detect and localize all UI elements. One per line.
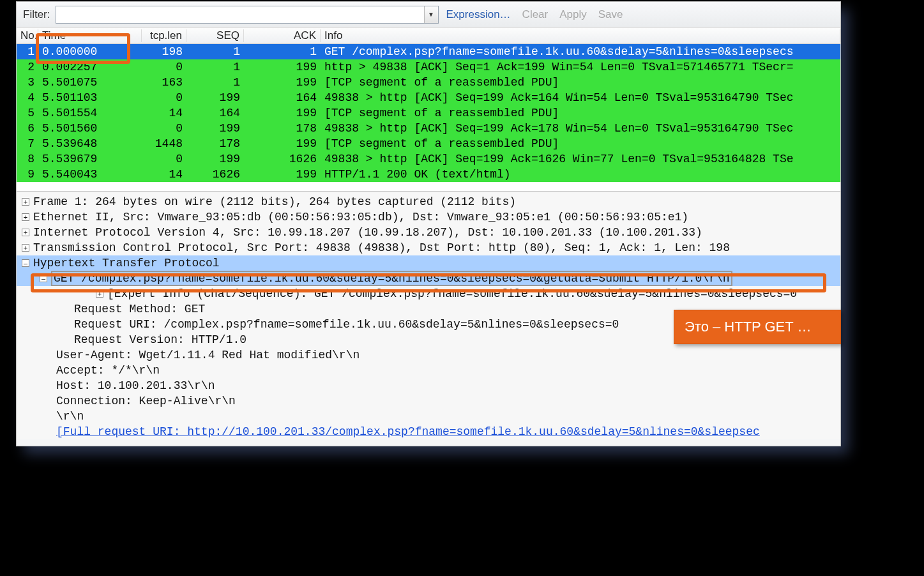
filter-expression-link[interactable]: Expression… — [443, 8, 515, 21]
tree-http-uri-label: Request URI: /complex.psp?fname=somefile… — [74, 318, 619, 331]
tree-http[interactable]: – Hypertext Transfer Protocol — [17, 255, 840, 271]
cell-len: 14 — [142, 168, 186, 181]
tree-http-accept-label: Accept: */*\r\n — [56, 364, 160, 377]
tree-eth-label: Ethernet II, Src: Vmware_93:05:db (00:50… — [33, 211, 688, 224]
expand-plus-icon[interactable]: + — [22, 198, 29, 206]
tree-http-version-label: Request Version: HTTP/1.0 — [74, 333, 246, 346]
tree-http-expert-label: [Expert Info (Chat/Sequence): GET /compl… — [107, 287, 797, 300]
cell-no: 7 — [17, 137, 38, 150]
expand-plus-icon[interactable]: + — [22, 229, 29, 236]
filter-apply-button[interactable]: Apply — [556, 8, 591, 21]
cell-ack: 199 — [244, 61, 321, 73]
cell-no: 6 — [17, 122, 38, 135]
cell-no: 5 — [17, 107, 38, 119]
col-header-seq[interactable]: SEQ — [186, 29, 244, 42]
expand-plus-icon[interactable]: + — [22, 244, 29, 252]
cell-time: 5.501554 — [38, 107, 142, 119]
packet-row[interactable]: 75.5396481448178199[TCP segment of a rea… — [17, 136, 840, 151]
packet-row[interactable]: 85.5396790199162649838 > http [ACK] Seq=… — [17, 151, 840, 167]
cell-no: 4 — [17, 91, 38, 104]
cell-info: HTTP/1.1 200 OK (text/html) — [321, 168, 840, 181]
col-header-time[interactable]: Time — [38, 29, 142, 42]
cell-ack: 1 — [244, 45, 321, 58]
tree-http-fulluri-link[interactable]: [Full request URI: http://10.100.201.33/… — [56, 425, 760, 438]
packet-row[interactable]: 10.00000019811GET /complex.psp?fname=som… — [17, 44, 840, 59]
cell-ack: 164 — [244, 91, 321, 104]
cell-ack: 199 — [244, 107, 321, 119]
filter-dropdown-button[interactable]: ▼ — [424, 6, 438, 23]
packet-list-body[interactable]: 10.00000019811GET /complex.psp?fname=som… — [17, 44, 840, 182]
packet-row[interactable]: 95.540043141626199HTTP/1.1 200 OK (text/… — [17, 167, 840, 182]
cell-info: GET /complex.psp?fname=somefile.1k.uu.60… — [321, 45, 840, 58]
tree-http-conn[interactable]: Connection: Keep-Alive\r\n — [17, 393, 840, 409]
cell-ack: 199 — [244, 168, 321, 181]
tree-ip-label: Internet Protocol Version 4, Src: 10.99.… — [33, 226, 702, 239]
tree-ip[interactable]: + Internet Protocol Version 4, Src: 10.9… — [17, 225, 840, 240]
cell-len: 0 — [142, 122, 186, 135]
cell-info: http > 49838 [ACK] Seq=1 Ack=199 Win=54 … — [321, 61, 840, 73]
packet-row[interactable]: 55.50155414164199[TCP segment of a reass… — [17, 105, 840, 121]
tree-http-get-label: GET /complex.psp?fname=somefile.1k.uu.60… — [51, 271, 732, 286]
annotation-text: Это – HTTP GET … — [685, 319, 811, 335]
cell-ack: 1626 — [244, 153, 321, 165]
cell-no: 9 — [17, 168, 38, 181]
tree-http-label: Hypertext Transfer Protocol — [33, 257, 220, 269]
col-header-info[interactable]: Info — [321, 29, 840, 42]
packet-row[interactable]: 35.5010751631199[TCP segment of a reasse… — [17, 75, 840, 90]
cell-info: 49838 > http [ACK] Seq=199 Ack=178 Win=5… — [321, 122, 840, 135]
cell-no: 8 — [17, 153, 38, 165]
cell-seq: 1 — [186, 45, 244, 58]
tree-ethernet[interactable]: + Ethernet II, Src: Vmware_93:05:db (00:… — [17, 209, 840, 225]
filter-label: Filter: — [22, 8, 52, 21]
filter-clear-button[interactable]: Clear — [519, 8, 552, 21]
packet-row[interactable]: 20.00225701199http > 49838 [ACK] Seq=1 A… — [17, 59, 840, 75]
cell-info: [TCP segment of a reassembled PDU] — [321, 76, 840, 89]
filter-input[interactable] — [56, 6, 424, 23]
annotation-box: Это – HTTP GET … — [674, 310, 841, 344]
cell-seq: 1626 — [186, 168, 244, 181]
chevron-down-icon: ▼ — [428, 11, 434, 18]
tree-http-host-label: Host: 10.100.201.33\r\n — [56, 379, 215, 392]
packet-list-header[interactable]: No. Time tcp.len SEQ ACK Info — [17, 27, 840, 44]
cell-ack: 199 — [244, 137, 321, 150]
cell-info: [TCP segment of a reassembled PDU] — [321, 107, 840, 119]
cell-len: 198 — [142, 45, 186, 58]
cell-info: 49838 > http [ACK] Seq=199 Ack=164 Win=5… — [321, 91, 840, 104]
tree-http-crlf[interactable]: \r\n — [17, 409, 840, 424]
cell-seq: 199 — [186, 122, 244, 135]
cell-seq: 199 — [186, 153, 244, 165]
cell-no: 2 — [17, 61, 38, 73]
tree-http-fulluri[interactable]: [Full request URI: http://10.100.201.33/… — [17, 424, 840, 439]
cell-ack: 199 — [244, 76, 321, 89]
col-header-no[interactable]: No. — [17, 29, 38, 42]
expand-plus-icon[interactable]: + — [22, 213, 29, 221]
tree-http-get[interactable]: – GET /complex.psp?fname=somefile.1k.uu.… — [17, 271, 840, 286]
cell-seq: 1 — [186, 76, 244, 89]
tree-frame[interactable]: + Frame 1: 264 bytes on wire (2112 bits)… — [17, 194, 840, 209]
cell-len: 163 — [142, 76, 186, 89]
tree-http-accept[interactable]: Accept: */*\r\n — [17, 363, 840, 378]
tree-http-conn-label: Connection: Keep-Alive\r\n — [56, 395, 236, 407]
packet-row[interactable]: 45.501103019916449838 > http [ACK] Seq=1… — [17, 90, 840, 105]
cell-time: 5.501560 — [38, 122, 142, 135]
filter-input-wrap: ▼ — [56, 6, 439, 24]
packet-row[interactable]: 65.501560019917849838 > http [ACK] Seq=1… — [17, 121, 840, 136]
expand-minus-icon[interactable]: – — [40, 275, 47, 282]
cell-seq: 164 — [186, 107, 244, 119]
cell-time: 5.540043 — [38, 168, 142, 181]
tree-http-expert[interactable]: + [Expert Info (Chat/Sequence): GET /com… — [17, 286, 840, 301]
expand-plus-icon[interactable]: + — [96, 290, 103, 298]
expand-minus-icon[interactable]: – — [22, 259, 29, 267]
cell-no: 1 — [17, 45, 38, 58]
cell-len: 0 — [142, 153, 186, 165]
tree-http-host[interactable]: Host: 10.100.201.33\r\n — [17, 378, 840, 393]
cell-time: 5.501103 — [38, 91, 142, 104]
cell-time: 0.002257 — [38, 61, 142, 73]
cell-len: 14 — [142, 107, 186, 119]
cell-info: [TCP segment of a reassembled PDU] — [321, 137, 840, 150]
filter-save-button[interactable]: Save — [595, 8, 627, 21]
col-header-ack[interactable]: ACK — [244, 29, 321, 42]
tree-tcp[interactable]: + Transmission Control Protocol, Src Por… — [17, 240, 840, 255]
col-header-tcplen[interactable]: tcp.len — [142, 29, 186, 42]
tree-http-ua[interactable]: User-Agent: Wget/1.11.4 Red Hat modified… — [17, 347, 840, 363]
